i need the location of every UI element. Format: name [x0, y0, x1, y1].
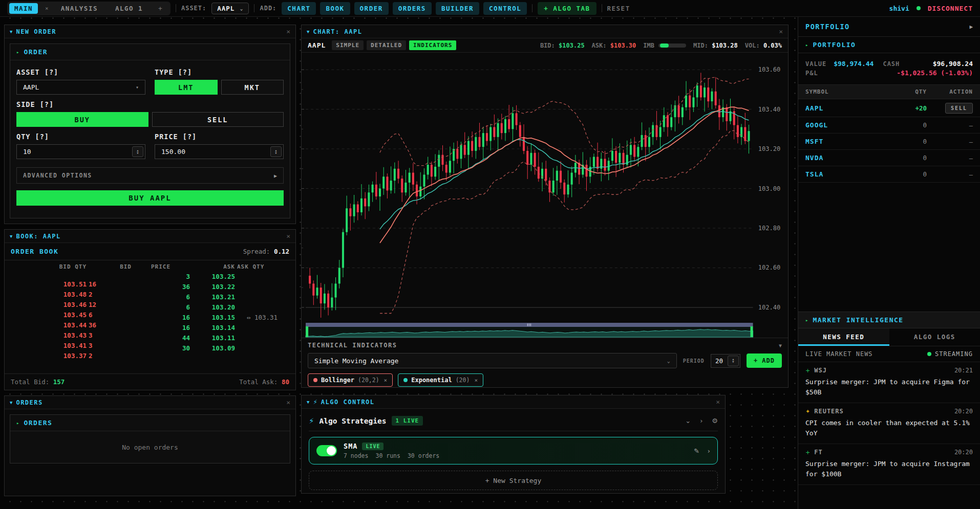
ask-price: 103.37 [11, 352, 87, 360]
bid-qty: 36 [132, 283, 190, 291]
order-side-sell-button[interactable]: SELL [152, 112, 284, 127]
add-builder-button[interactable]: BUILDER [436, 2, 479, 15]
qty-stepper[interactable]: ▲▼ [132, 146, 143, 157]
spread-label: Spread: [243, 248, 270, 255]
positions-table: AAPL+20SELLGOOGL0—MSFT0—NVDA0—TSLA0— [798, 99, 980, 183]
chart-view-tab-simple[interactable]: SIMPLE [332, 40, 364, 50]
orders-panel-header[interactable]: ▼ ORDERS × [5, 396, 295, 409]
position-action: SELL [927, 102, 973, 114]
workspace-tab-main[interactable]: MAIN [9, 3, 38, 14]
position-row-tsla: TSLA0— [798, 166, 980, 183]
close-icon[interactable]: × [286, 232, 290, 240]
add-indicator-button[interactable]: + ADD [747, 353, 782, 368]
tab-close-icon[interactable]: × [45, 5, 49, 12]
advanced-options-toggle[interactable]: ADVANCED OPTIONS ▶ [16, 167, 284, 184]
gear-icon[interactable]: ⚙ [712, 417, 718, 425]
submit-order-button[interactable]: BUY AAPL [16, 190, 284, 206]
y-axis-label: 102.40 [758, 304, 781, 311]
add-orders-button[interactable]: ORDERS [393, 2, 432, 15]
market-intel-header[interactable]: ▸ MARKET INTELLIGENCE [798, 312, 980, 328]
chip-remove-icon[interactable]: × [474, 377, 478, 384]
indicator-select[interactable]: Simple Moving Average ⌄ [308, 353, 677, 368]
order-book-panel-header[interactable]: ▼ BOOK: AAPL × [5, 230, 295, 243]
chevron-down-icon[interactable]: ⌄ [685, 417, 691, 425]
add-algo-tab-button[interactable]: + ALGO TAB [538, 2, 596, 15]
imbalance-fill [660, 43, 669, 48]
chevron-right-icon[interactable]: › [700, 417, 702, 425]
edit-pencil-icon[interactable]: ✎ [694, 447, 699, 455]
workspace-tab-analysis[interactable]: ANALYSIS [56, 3, 103, 14]
reset-button[interactable]: RESET [607, 5, 630, 12]
order-side-buy-button[interactable]: BUY [16, 112, 148, 127]
orders-section-header[interactable]: ▸ ORDERS [10, 415, 290, 431]
indicator-chip-bollinger[interactable]: Bollinger(20,2)× [308, 373, 393, 387]
news-item[interactable]: +FT20:20Surprise merger: JPM to acquire … [798, 444, 980, 485]
position-action: — [927, 120, 973, 130]
disconnect-button[interactable]: DISCONNECT [928, 5, 973, 12]
chart-panel-header[interactable]: ▼ CHART: AAPL × [302, 25, 788, 38]
candlestick-chart[interactable]: 103.60103.40103.20103.00102.80102.60102.… [302, 53, 788, 322]
position-action: — [927, 169, 973, 179]
chip-remove-icon[interactable]: × [384, 377, 388, 384]
workspace-tab-algo-1[interactable]: ALGO 1 [110, 3, 148, 14]
indicator-dot-icon [313, 378, 317, 382]
new-tab-button[interactable]: + [155, 5, 165, 12]
y-axis-label: 103.60 [758, 66, 781, 73]
order-section-header[interactable]: ▸ ORDER [10, 44, 290, 60]
chart-range-navigator[interactable] [302, 322, 788, 338]
price-input[interactable] [155, 144, 284, 159]
chart-view-tabs: SIMPLEDETAILEDINDICATORS [332, 40, 456, 50]
strategy-stat: 7 nodes [344, 452, 368, 459]
total-bid: Total Bid: 157 [11, 378, 65, 386]
chevron-right-icon[interactable]: › [708, 447, 710, 455]
sell-button[interactable]: SELL [945, 103, 973, 114]
asset-select[interactable]: AAPL ⌄ [211, 3, 249, 14]
collapse-caret-icon[interactable]: ▼ [307, 29, 309, 34]
tab-algo-logs[interactable]: ALGO LOGS [889, 328, 980, 346]
strategy-toggle[interactable] [316, 445, 337, 456]
new-order-panel-header[interactable]: ▼ NEW ORDER × [5, 25, 295, 38]
news-item[interactable]: ✦REUTERS20:20CPI comes in cooler than ex… [798, 403, 980, 444]
collapse-caret-icon[interactable]: ▼ [307, 400, 309, 405]
tab-news-feed[interactable]: NEWS FEED [798, 328, 889, 346]
collapse-arrow-icon[interactable]: ▶ [969, 24, 973, 30]
period-stepper[interactable]: ▲▼ [728, 356, 739, 366]
collapse-caret-icon[interactable]: ▼ [10, 234, 12, 239]
new-strategy-button[interactable]: + New Strategy [309, 471, 718, 490]
order-type-lmt-button[interactable]: LMT [155, 80, 218, 95]
news-item[interactable]: +WSJ20:21Surprise merger: JPM to acquire… [798, 362, 980, 403]
spread-value: 0.12 [274, 248, 289, 255]
algo-control-panel-header[interactable]: ▼ ⚡ ALGO CONTROL × [302, 395, 725, 409]
divider [254, 4, 254, 12]
strategy-name: SMA [344, 442, 357, 450]
collapse-caret-icon[interactable]: ▼ [10, 29, 12, 34]
total-ask: Total Ask: 80 [239, 378, 289, 386]
bid-qty: 6 [132, 303, 190, 311]
order-book-row[interactable]: 3103.25103.5116 [5, 273, 295, 283]
close-icon[interactable]: × [286, 399, 290, 406]
add-book-button[interactable]: BOOK [320, 2, 350, 15]
strategy-card-sma[interactable]: SMA LIVE 7 nodes30 runs30 orders ✎ › [309, 437, 718, 464]
ask-price: 103.45 [11, 311, 87, 319]
close-icon[interactable]: × [779, 28, 783, 35]
order-type-mkt-button[interactable]: MKT [221, 80, 284, 95]
indicator-chip-exponential[interactable]: Exponential(20)× [398, 373, 483, 387]
chart-view-tab-detailed[interactable]: DETAILED [367, 40, 406, 50]
add-chart-button[interactable]: CHART [282, 2, 316, 15]
streaming-label: STREAMING [935, 350, 973, 358]
y-axis-label: 102.60 [758, 264, 781, 271]
portfolio-metrics: VALUE $98,974.44 CASH $96,908.24 P&L -$1… [798, 53, 980, 85]
add-control-button[interactable]: CONTROL [483, 2, 527, 15]
chart-view-tab-indicators[interactable]: INDICATORS [409, 40, 456, 50]
ask-price: 103.41 [11, 342, 87, 349]
price-stepper[interactable]: ▲▼ [270, 146, 282, 157]
collapse-caret-icon[interactable]: ▼ [10, 400, 12, 405]
bid-qty: 3 [132, 273, 190, 280]
add-order-button[interactable]: ORDER [354, 2, 389, 15]
portfolio-section-header[interactable]: ▸ PORTFOLIO [798, 37, 980, 53]
close-icon[interactable]: × [286, 28, 290, 35]
collapse-caret-icon[interactable]: ▼ [779, 343, 782, 348]
qty-input[interactable] [16, 144, 145, 159]
order-asset-select[interactable]: AAPL ▾ [16, 80, 145, 95]
close-icon[interactable]: × [716, 398, 720, 406]
